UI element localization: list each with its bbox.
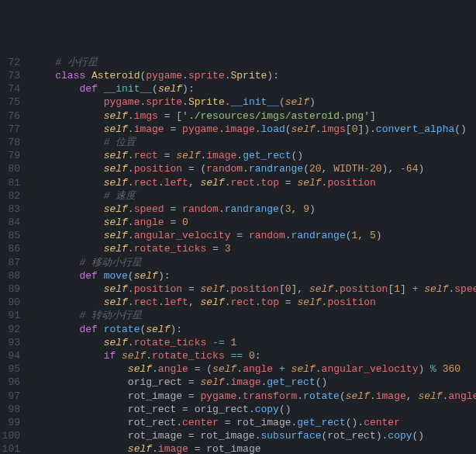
token-punct: . bbox=[285, 230, 291, 241]
line-number: 93 bbox=[0, 336, 20, 349]
line-number: 73 bbox=[0, 69, 20, 82]
code-line[interactable]: # 移动小行星 bbox=[31, 256, 476, 269]
token-prop: position bbox=[231, 283, 279, 295]
code-line[interactable]: # 转动小行星 bbox=[31, 309, 476, 322]
token-punct: . bbox=[255, 296, 261, 308]
token-punct: = bbox=[164, 217, 182, 228]
token-param: self bbox=[200, 376, 224, 388]
code-line[interactable]: self.speed = random.randrange(3, 9) bbox=[31, 203, 476, 216]
token-punct: . bbox=[182, 70, 188, 81]
line-number: 75 bbox=[0, 95, 20, 109]
token-punct: () bbox=[279, 404, 291, 415]
token-param: self bbox=[291, 123, 316, 135]
token-self: self bbox=[104, 110, 128, 122]
code-line[interactable]: self.angle = 0 bbox=[31, 216, 476, 229]
code-line[interactable]: self.angular_velocity = random.randrange… bbox=[31, 229, 476, 242]
token-prop: rotate_ticks bbox=[152, 350, 225, 362]
token-prop: random bbox=[182, 203, 219, 215]
code-line[interactable]: self.image = rot_image bbox=[31, 442, 476, 454]
token-func: load bbox=[261, 123, 285, 135]
token-const: WIDTH bbox=[333, 163, 364, 175]
token-string: './resources/imgs/asteroid.png' bbox=[182, 110, 370, 122]
code-line[interactable]: if self.rotate_ticks == 0: bbox=[31, 349, 476, 362]
token-num: 20 bbox=[370, 163, 382, 175]
token-plain: rot_image bbox=[200, 430, 254, 442]
token-self: self bbox=[104, 150, 128, 161]
token-punct: () bbox=[454, 123, 467, 135]
token-punct bbox=[206, 337, 212, 348]
token-plain: orig_rect bbox=[195, 404, 249, 415]
token-plain bbox=[31, 443, 128, 454]
token-prop: rect bbox=[134, 296, 158, 308]
token-plain bbox=[31, 310, 79, 321]
code-line[interactable]: pygame.sprite.Sprite.__init__(self) bbox=[31, 95, 476, 109]
code-line[interactable]: # 速度 bbox=[31, 189, 476, 203]
token-punct: = bbox=[164, 203, 182, 215]
token-param: self bbox=[424, 283, 448, 295]
token-self: self bbox=[128, 443, 152, 454]
code-line[interactable]: self.image = pygame.image.load(self.imgs… bbox=[31, 123, 476, 136]
code-line[interactable]: self.rotate_ticks -= 1 bbox=[31, 336, 476, 349]
token-self: self bbox=[134, 270, 158, 282]
token-punct bbox=[225, 337, 231, 348]
code-line[interactable]: def __init__(self): bbox=[31, 82, 476, 95]
token-punct bbox=[436, 363, 443, 375]
code-line[interactable]: rot_image = pygame.transform.rotate(self… bbox=[31, 390, 476, 403]
token-comment: # 位置 bbox=[104, 137, 136, 148]
line-number: 84 bbox=[0, 216, 20, 229]
token-prop: center bbox=[182, 417, 219, 428]
token-punct: . bbox=[128, 296, 134, 308]
code-line[interactable]: # 小行星 bbox=[31, 56, 476, 69]
code-line[interactable]: self.angle = (self.angle + self.angular_… bbox=[31, 362, 476, 376]
token-punct: . bbox=[255, 123, 261, 135]
code-editor[interactable]: 7273747576777879808182838485868788899091… bbox=[0, 54, 476, 454]
token-punct: . bbox=[316, 123, 322, 135]
token-prop: position bbox=[134, 163, 182, 175]
code-line[interactable]: class Asteroid(pygame.sprite.Sprite): bbox=[31, 69, 476, 82]
token-plain: rot_image bbox=[236, 417, 291, 428]
code-line[interactable]: # 位置 bbox=[31, 136, 476, 149]
token-punct: . bbox=[128, 203, 134, 215]
code-line[interactable]: rot_rect = orig_rect.copy() bbox=[31, 403, 476, 416]
code-line[interactable]: self.rotate_ticks = 3 bbox=[31, 242, 476, 255]
token-num: 9 bbox=[303, 203, 309, 215]
token-keyword: def bbox=[79, 324, 103, 335]
token-param: self bbox=[285, 96, 309, 108]
token-prop: angle bbox=[158, 363, 188, 375]
token-punct: . bbox=[128, 110, 134, 122]
token-self: self bbox=[146, 324, 170, 335]
token-self: self bbox=[104, 337, 128, 348]
token-punct: . bbox=[255, 177, 261, 189]
code-line[interactable]: self.position = (random.randrange(20, WI… bbox=[31, 162, 476, 175]
token-punct: = bbox=[188, 443, 206, 454]
token-punct: . bbox=[128, 230, 134, 241]
code-line[interactable]: self.rect = self.image.get_rect() bbox=[31, 149, 476, 162]
code-line[interactable]: rot_rect.center = rot_image.get_rect().c… bbox=[31, 416, 476, 429]
code-line[interactable]: rot_image = rot_image.subsurface(rot_rec… bbox=[31, 429, 476, 442]
token-self: self bbox=[104, 283, 128, 295]
token-punct: = bbox=[279, 296, 297, 308]
code-line[interactable]: def move(self): bbox=[31, 269, 476, 282]
token-plain bbox=[31, 337, 104, 348]
code-line[interactable]: self.imgs = ['./resources/imgs/asteroid.… bbox=[31, 109, 476, 123]
line-number: 80 bbox=[0, 162, 20, 175]
line-number: 82 bbox=[0, 189, 20, 203]
token-punct bbox=[225, 350, 231, 362]
token-punct: . bbox=[236, 390, 243, 402]
token-punct: = bbox=[206, 243, 224, 255]
line-number: 99 bbox=[0, 416, 20, 429]
token-prop: image bbox=[376, 390, 406, 402]
code-line[interactable]: def rotate(self): bbox=[31, 323, 476, 336]
token-prop: angle bbox=[448, 390, 476, 402]
token-prop: rect bbox=[134, 177, 158, 189]
token-punct: ): bbox=[267, 70, 279, 81]
code-line[interactable]: orig_rect = self.image.get_rect() bbox=[31, 376, 476, 389]
token-prop: image bbox=[230, 376, 260, 388]
code-line[interactable]: self.position = self.position[0], self.p… bbox=[31, 282, 476, 296]
token-keyword: def bbox=[79, 270, 103, 282]
code-content[interactable]: # 小行星 class Asteroid(pygame.sprite.Sprit… bbox=[28, 54, 476, 454]
code-line[interactable]: self.rect.left, self.rect.top = self.pos… bbox=[31, 296, 476, 309]
line-number: 90 bbox=[0, 296, 20, 309]
token-punct: . bbox=[249, 404, 255, 415]
code-line[interactable]: self.rect.left, self.rect.top = self.pos… bbox=[31, 176, 476, 189]
